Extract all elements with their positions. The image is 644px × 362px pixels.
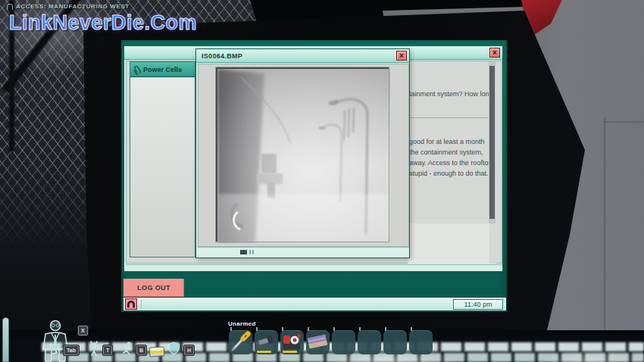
image-viewer-window: IS0064.BMP ×: [195, 48, 410, 258]
access-label: ACCESS: MANUFACTURING WEST: [16, 3, 130, 10]
email-close-button[interactable]: ×: [489, 48, 500, 58]
arch-icon: [127, 300, 136, 308]
durability-bar: [257, 351, 271, 353]
inventory-slot-camera[interactable]: [280, 330, 304, 354]
email-text-line: good for at least a month: [409, 138, 485, 145]
weapon-status-label: Unarmed: [228, 320, 256, 327]
flashlight-icon: [255, 330, 277, 353]
logout-button[interactable]: LOG OUT: [123, 279, 184, 297]
attachment-panel: Power Cells: [130, 61, 195, 257]
inventory-slot-empty[interactable]: [383, 330, 407, 354]
shield-keycap: H: [184, 345, 194, 355]
image-scrollbar[interactable]: [198, 247, 409, 256]
climb-icon: [89, 341, 99, 356]
email-text-line: tainment system? How long: [409, 90, 493, 98]
image-close-button[interactable]: ×: [396, 51, 407, 61]
taskbar-clock: 11:40 pm: [453, 299, 503, 310]
access-location-bar: ACCESS: MANUFACTURING WEST: [7, 3, 130, 10]
crouch-keycap: Tab: [64, 345, 79, 355]
image-scrollbar-thumb[interactable]: [240, 250, 247, 254]
taskbar: 11:40 pm: [123, 297, 506, 311]
durability-bar: [283, 351, 297, 353]
watermark-text: LinkNeverDie.Com: [9, 11, 197, 35]
stamina-bar: [2, 317, 9, 362]
email-text-line: stupid - enough to do that.: [409, 170, 489, 177]
lean-keycap: T: [103, 345, 112, 355]
inventory-bar: [229, 330, 433, 354]
email-message-area: tainment system? How long good for at le…: [408, 61, 496, 264]
image-window-body: [198, 64, 409, 247]
shield-icon: [167, 342, 180, 355]
paperclip-icon: [132, 64, 143, 75]
interact-keycap: X: [78, 326, 88, 335]
screwdriver-icon: [229, 330, 252, 353]
email-scrollbar-thumb[interactable]: [489, 66, 495, 219]
inventory-slot-flashlight[interactable]: [255, 330, 278, 354]
keycard-icon: [149, 346, 165, 357]
camera-icon: [280, 330, 303, 353]
attachment-label: Power Cells: [143, 66, 182, 73]
notebook-icon: [306, 330, 329, 353]
inventory-slot-empty[interactable]: [332, 330, 355, 354]
image-window-titlebar[interactable]: IS0064.BMP ×: [196, 49, 409, 63]
inventory-slot-empty[interactable]: [358, 330, 381, 354]
access-icon: [7, 4, 13, 10]
taskbar-app-icon[interactable]: [125, 298, 137, 310]
inventory-slot-empty[interactable]: [409, 330, 433, 354]
computer-screen: × Power Cells tainment system? How long …: [121, 40, 507, 312]
email-text-line: away. Access to the rooftops: [409, 159, 496, 167]
run-icon: [121, 341, 133, 356]
attachment-item-power-cells[interactable]: Power Cells: [130, 62, 195, 77]
email-text-line: the containment system,: [409, 148, 483, 156]
run-keycap: B: [136, 345, 146, 355]
crouch-icon: [47, 342, 61, 356]
game-viewport: × Power Cells tainment system? How long …: [0, 0, 644, 362]
photo-foggy-street: [216, 67, 389, 242]
inventory-slot-screwdriver[interactable]: [229, 330, 252, 354]
image-window-title: IS0064.BMP: [196, 52, 242, 60]
inventory-slot-notebook[interactable]: [306, 330, 330, 354]
email-scrollbar[interactable]: [489, 61, 496, 223]
